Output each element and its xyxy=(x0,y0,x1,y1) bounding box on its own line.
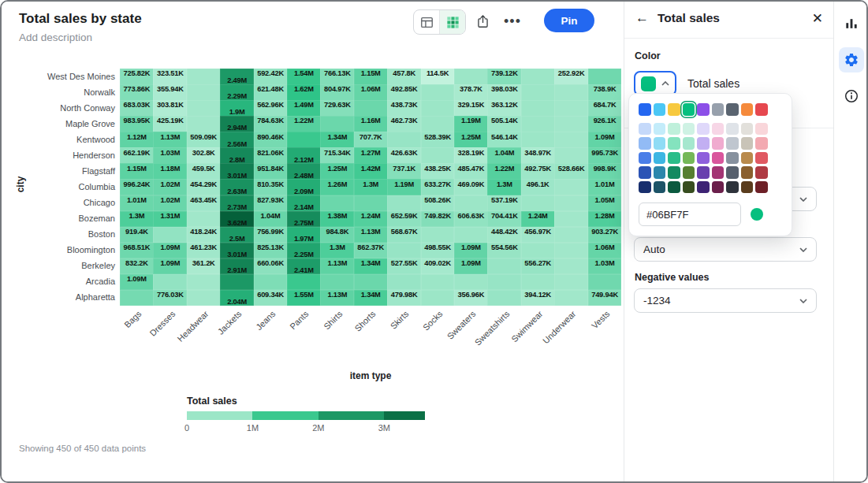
heatmap-cell[interactable] xyxy=(521,195,555,212)
heatmap-cell[interactable] xyxy=(554,274,588,291)
heatmap-cell[interactable] xyxy=(554,147,588,164)
palette-swatch[interactable] xyxy=(683,103,695,116)
heatmap-cell[interactable]: 1.3M xyxy=(487,179,521,195)
tint-swatch[interactable] xyxy=(697,166,710,179)
tint-swatch[interactable] xyxy=(755,137,768,150)
heatmap-cell[interactable]: 983.95K xyxy=(120,116,154,132)
heatmap-cell[interactable]: 363.12K xyxy=(487,100,521,117)
heatmap-cell[interactable]: 252.92K xyxy=(554,69,588,85)
heatmap-cell[interactable] xyxy=(354,195,388,212)
heatmap-cell[interactable]: 773.86K xyxy=(120,84,154,101)
heatmap-cell[interactable]: 810.35K xyxy=(254,179,288,195)
heatmap-cell[interactable]: 1.24M xyxy=(354,211,388,228)
heatmap-cell[interactable] xyxy=(521,116,555,132)
heatmap-cell[interactable] xyxy=(320,195,354,212)
heatmap-cell[interactable]: 729.63K xyxy=(320,100,354,117)
heatmap-cell[interactable]: 1.9M xyxy=(220,100,254,117)
heatmap-cell[interactable]: 303.81K xyxy=(153,100,187,117)
heatmap-cell[interactable] xyxy=(187,290,221,307)
tint-swatch[interactable] xyxy=(654,123,666,136)
heatmap-cell[interactable]: 1.22M xyxy=(487,163,521,180)
heatmap-cell[interactable]: 749.82K xyxy=(421,211,455,228)
heatmap-cell[interactable]: 1.06M xyxy=(588,243,622,259)
heatmap-cell[interactable]: 438.25K xyxy=(421,163,455,180)
heatmap-cell[interactable]: 1.24M xyxy=(521,211,555,228)
heatmap-cell[interactable]: 508.26K xyxy=(421,195,455,212)
heatmap-cell[interactable]: 454.29K xyxy=(187,179,221,195)
more-options-button[interactable]: ••• xyxy=(500,9,525,33)
heatmap-cell[interactable] xyxy=(487,274,521,291)
heatmap-cell[interactable] xyxy=(153,274,187,291)
tint-swatch[interactable] xyxy=(712,152,725,165)
heatmap-cell[interactable]: 3.01M xyxy=(220,163,254,180)
tint-swatch[interactable] xyxy=(755,166,768,179)
heatmap-cell[interactable]: 426.63K xyxy=(387,147,421,164)
heatmap-cell[interactable]: 890.46K xyxy=(254,132,288,148)
heatmap-cell[interactable]: 2.94M xyxy=(220,116,254,132)
heatmap-cell[interactable]: 996.24K xyxy=(120,179,154,195)
heatmap-cell[interactable]: 621.48K xyxy=(254,84,288,101)
heatmap-cell[interactable] xyxy=(320,116,354,132)
heatmap-cell[interactable] xyxy=(421,227,455,243)
tint-swatch[interactable] xyxy=(697,152,710,165)
tint-swatch[interactable] xyxy=(697,137,710,150)
heatmap-cell[interactable]: 1.09M xyxy=(153,258,187,275)
heatmap-cell[interactable]: 1.16M xyxy=(354,116,388,132)
heatmap-cell[interactable]: 1.01M xyxy=(588,179,622,195)
tint-swatch[interactable] xyxy=(741,137,754,150)
tint-swatch[interactable] xyxy=(654,152,666,165)
heatmap-cell[interactable] xyxy=(454,227,488,243)
tint-swatch[interactable] xyxy=(654,137,666,150)
tint-swatch[interactable] xyxy=(639,181,651,194)
heatmap-cell[interactable]: 984.8K xyxy=(320,227,354,243)
palette-swatch[interactable] xyxy=(712,103,725,116)
heatmap-cell[interactable]: 1.12M xyxy=(120,132,154,148)
heatmap-cell[interactable]: 998.9K xyxy=(588,163,622,180)
heatmap-cell[interactable] xyxy=(387,132,421,148)
tint-swatch[interactable] xyxy=(697,181,710,194)
heatmap-cell[interactable]: 2.14M xyxy=(287,195,321,212)
heatmap-cell[interactable]: 968.51K xyxy=(120,243,154,259)
palette-swatch[interactable] xyxy=(654,103,666,116)
heatmap-cell[interactable]: 409.02K xyxy=(421,258,455,275)
heatmap-cell[interactable]: 1.02M xyxy=(153,179,187,195)
heatmap-cell[interactable]: 456.97K xyxy=(521,227,555,243)
palette-swatch[interactable] xyxy=(639,103,651,116)
tint-swatch[interactable] xyxy=(654,181,666,194)
heatmap-cell[interactable]: 737.1K xyxy=(387,163,421,180)
format-select[interactable]: Auto xyxy=(634,237,817,262)
tint-swatch[interactable] xyxy=(712,123,725,136)
tint-swatch[interactable] xyxy=(668,137,680,150)
heatmap-cell[interactable] xyxy=(554,116,588,132)
heatmap-cell[interactable]: 684.7K xyxy=(588,100,622,117)
tint-swatch[interactable] xyxy=(639,166,651,179)
heatmap-cell[interactable]: 463.45K xyxy=(187,195,221,212)
heatmap-cell[interactable] xyxy=(187,100,221,117)
heatmap-cell[interactable]: 715.34K xyxy=(320,147,354,164)
heatmap-cell[interactable]: 355.94K xyxy=(153,84,187,101)
heatmap-cell[interactable]: 662.19K xyxy=(120,147,154,164)
heatmap-cell[interactable]: 546.14K xyxy=(487,132,521,148)
heatmap-cell[interactable] xyxy=(521,84,555,101)
heatmap-cell[interactable]: 2.63M xyxy=(220,179,254,195)
tint-swatch[interactable] xyxy=(683,166,695,179)
heatmap-cell[interactable]: 1.03M xyxy=(153,147,187,164)
heatmap-cell[interactable]: 3.01M xyxy=(220,243,254,259)
tint-swatch[interactable] xyxy=(668,166,680,179)
heatmap-cell[interactable] xyxy=(387,195,421,212)
heatmap-cell[interactable] xyxy=(521,274,555,291)
heatmap-cell[interactable]: 2.48M xyxy=(287,163,321,180)
tint-swatch[interactable] xyxy=(683,181,695,194)
info-panel-button[interactable] xyxy=(839,84,864,109)
heatmap-cell[interactable]: 1.28M xyxy=(588,211,622,228)
heatmap-cell[interactable]: 1.49M xyxy=(287,100,321,117)
heatmap-cell[interactable]: 1.55M xyxy=(287,290,321,307)
heatmap-cell[interactable]: 1.09M xyxy=(153,243,187,259)
heatmap-cell[interactable] xyxy=(354,274,388,291)
heatmap-cell[interactable] xyxy=(187,211,221,228)
heatmap-view-button[interactable] xyxy=(439,10,465,34)
heatmap-cell[interactable] xyxy=(554,290,588,307)
heatmap-cell[interactable] xyxy=(421,147,455,164)
heatmap-cell[interactable]: 328.19K xyxy=(454,147,488,164)
heatmap-cell[interactable]: 1.09M xyxy=(454,258,488,275)
